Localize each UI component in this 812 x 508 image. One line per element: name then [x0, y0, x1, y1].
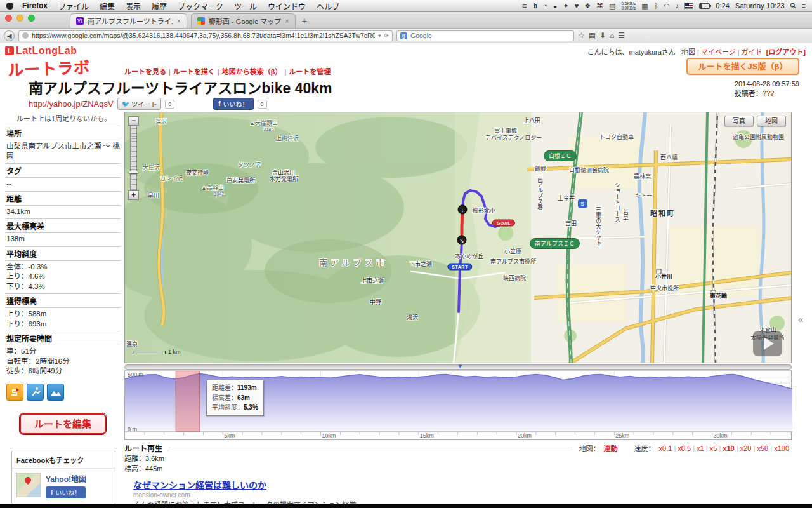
- speed-option[interactable]: x10: [723, 444, 734, 452]
- bookmarks-menu-icon[interactable]: ▤: [589, 31, 596, 40]
- google-search-icon[interactable]: g: [400, 32, 407, 39]
- menu-extra-icon[interactable]: ♥: [575, 2, 579, 10]
- downloads-icon[interactable]: ⬇: [599, 31, 606, 40]
- playback-seek-strip[interactable]: ▼: [124, 364, 792, 370]
- route-profile-icon[interactable]: [6, 384, 23, 401]
- menu-tools[interactable]: ツール: [234, 1, 257, 11]
- route-play-button[interactable]: [753, 331, 782, 356]
- new-tab-button[interactable]: +: [302, 16, 307, 28]
- nav-search-map[interactable]: 地図から検索（β）: [222, 68, 282, 76]
- menu-extra-icon[interactable]: ≋: [521, 2, 527, 10]
- map-layer-button[interactable]: 地図: [757, 116, 786, 126]
- menu-history[interactable]: 履歴: [152, 1, 167, 11]
- speed-option[interactable]: x100: [774, 444, 789, 452]
- map-label: デバイステクノロジー: [485, 133, 542, 142]
- bookmark-star-icon[interactable]: ☆: [578, 31, 585, 40]
- network-speed[interactable]: 0.5KB/s0.9KB/s: [621, 1, 636, 11]
- input-language-flag-icon[interactable]: [684, 3, 693, 9]
- route-map[interactable]: 5 深沢▲大崖頭山2186上梅津沢大崖沢タツノ沢夜叉神峠カレイ沢▲高谷山1842…: [124, 112, 792, 363]
- menu-extra-icon[interactable]: ⌘: [596, 2, 603, 10]
- zoom-slider-handle[interactable]: [129, 171, 138, 174]
- short-url-link[interactable]: http://yahoo.jp/ZNAqsV: [29, 99, 114, 109]
- draw-route-js-button[interactable]: ルートを描くJS版（β）: [686, 58, 799, 75]
- logout-link[interactable]: [ログアウト]: [766, 48, 806, 56]
- routelab-logo[interactable]: ルートラボ: [7, 55, 90, 81]
- speed-option[interactable]: x50: [757, 444, 768, 452]
- minimize-window-button[interactable]: [16, 15, 23, 22]
- zoom-in-button[interactable]: +: [128, 190, 139, 200]
- home-icon[interactable]: ⌂: [610, 31, 614, 40]
- tab-routelab[interactable]: Y! 南アルプスフルーツトライ... ×: [70, 13, 187, 28]
- battery-icon[interactable]: [699, 3, 710, 9]
- menu-window[interactable]: ウインドウ: [268, 1, 306, 11]
- elevation-profile[interactable]: 500 m 0 m 5km10km15km20km25km30km 距離差：11…: [124, 370, 792, 440]
- menu-extra-icon[interactable]: ✦: [563, 2, 568, 10]
- tab-close-icon[interactable]: ×: [285, 17, 289, 25]
- menu-view[interactable]: 表示: [126, 1, 141, 11]
- site-identity-icon[interactable]: [22, 32, 29, 39]
- facebook-box-like-button[interactable]: fいいね！: [46, 486, 86, 498]
- link-mypage[interactable]: マイページ: [701, 48, 736, 56]
- close-window-button[interactable]: [5, 15, 12, 22]
- start-marker[interactable]: START: [447, 264, 472, 271]
- speed-option[interactable]: x20: [740, 444, 752, 452]
- menu-extra-icon[interactable]: ❖: [584, 2, 591, 10]
- menu-file[interactable]: ファイル: [58, 1, 89, 11]
- notification-center-icon[interactable]: ≡: [802, 2, 806, 10]
- url-bar[interactable]: https://www.google.com/maps/@35.624316,1…: [18, 30, 393, 41]
- apple-icon[interactable]: [6, 3, 13, 10]
- back-button[interactable]: ◀: [4, 30, 15, 41]
- zoom-window-button[interactable]: [28, 15, 35, 22]
- ad-title-link[interactable]: なぜマンション経営は難しいのか: [133, 478, 812, 491]
- scenery-icon[interactable]: [47, 384, 64, 401]
- runner-icon[interactable]: [27, 384, 44, 401]
- dropdown-caret-icon[interactable]: ▾: [378, 32, 381, 39]
- nav-view-route[interactable]: ルートを見る: [124, 68, 166, 76]
- collapse-panel-arrow[interactable]: «: [798, 314, 803, 324]
- menu-firefox[interactable]: Firefox: [22, 1, 48, 10]
- menu-extra-icon[interactable]: b: [533, 2, 537, 10]
- bluetooth-icon[interactable]: ᛒ: [654, 2, 658, 10]
- map-sync-toggle[interactable]: 連動: [604, 443, 618, 453]
- facebook-page-name[interactable]: Yahoo!地図: [46, 473, 86, 484]
- speed-option[interactable]: x1: [697, 444, 704, 452]
- speed-option[interactable]: x5: [710, 444, 717, 452]
- menu-extra-icon[interactable]: ◔: [543, 2, 547, 10]
- photo-layer-button[interactable]: 写真: [724, 116, 754, 126]
- tab-google-maps[interactable]: 櫛形西 - Google マップ ×: [191, 13, 296, 28]
- direction-marker[interactable]: ↓: [458, 205, 468, 215]
- menu-extra-icon[interactable]: ◒: [553, 2, 558, 10]
- nav-draw-route[interactable]: ルートを描く: [173, 68, 215, 76]
- nav-manage-routes[interactable]: ルートを管理: [289, 68, 331, 76]
- reload-icon[interactable]: ⟳: [384, 32, 389, 39]
- speed-option[interactable]: x0.1: [659, 444, 672, 452]
- zoom-slider[interactable]: [130, 126, 137, 190]
- wifi-icon[interactable]: ◠: [664, 2, 670, 10]
- keyboard-icon[interactable]: ▦: [641, 2, 648, 10]
- menu-help[interactable]: ヘルプ: [317, 1, 339, 11]
- facebook-like-button[interactable]: fいいね！: [213, 98, 253, 110]
- map-label: 深沢: [155, 117, 167, 126]
- speed-option[interactable]: x0.5: [678, 444, 691, 452]
- menu-edit[interactable]: 編集: [100, 1, 115, 11]
- menu-extra-icon[interactable]: ▤: [609, 2, 615, 10]
- tab-close-icon[interactable]: ×: [177, 17, 181, 25]
- goal-marker[interactable]: GOAL: [492, 220, 515, 227]
- menubar-clock[interactable]: Saturday 10:23: [735, 2, 785, 10]
- spotlight-icon[interactable]: ⚲: [788, 1, 798, 11]
- link-map[interactable]: 地図: [681, 48, 695, 56]
- tweet-button[interactable]: 🐦ツイート: [117, 98, 161, 110]
- yahoo-map-logo-icon[interactable]: [16, 473, 41, 497]
- route-title: 南アルプスフルーツトライアスロンbike 40km: [29, 80, 812, 97]
- search-bar[interactable]: g Google: [396, 30, 574, 41]
- playhead-marker[interactable]: ▼: [457, 363, 463, 370]
- hamburger-menu-icon[interactable]: ☰: [618, 31, 625, 40]
- link-guide[interactable]: ガイド: [742, 48, 763, 56]
- edit-route-button[interactable]: ルートを編集: [20, 413, 106, 434]
- url-text[interactable]: https://www.google.com/maps/@35.624316,1…: [32, 32, 375, 39]
- volume-icon[interactable]: ♪: [676, 2, 679, 10]
- search-engine-label[interactable]: Google: [410, 32, 432, 39]
- zoom-out-button[interactable]: −: [128, 116, 139, 126]
- menu-bookmarks[interactable]: ブックマーク: [178, 1, 223, 11]
- direction-marker[interactable]: ↘: [457, 236, 467, 245]
